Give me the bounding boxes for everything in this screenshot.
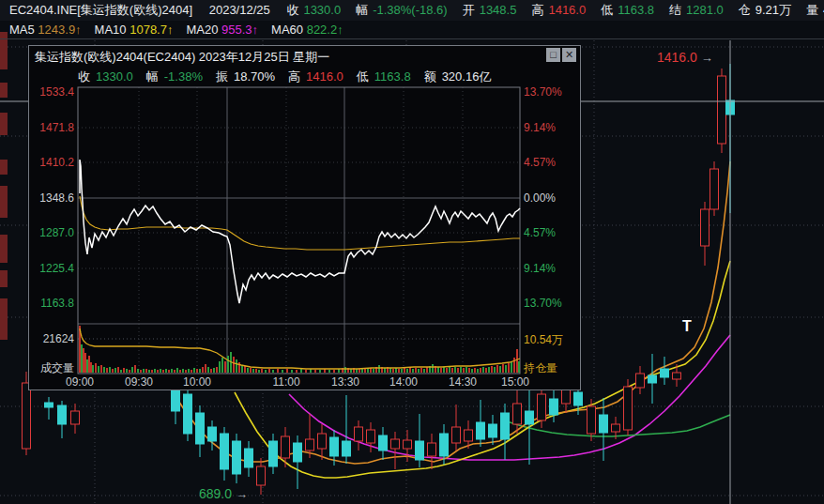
candle-body bbox=[649, 375, 657, 383]
candle-body bbox=[318, 434, 327, 449]
volume-bar bbox=[191, 370, 192, 373]
axis-label: 1163.8 bbox=[29, 297, 74, 310]
volume-bar bbox=[502, 364, 504, 373]
volume-bar bbox=[165, 369, 167, 373]
ma-value: MA60 822.2↑ bbox=[271, 23, 343, 37]
time-label: 14:00 bbox=[389, 375, 418, 389]
volume-bar bbox=[392, 369, 394, 373]
volume-bar bbox=[131, 367, 133, 373]
ma-value: MA10 1078.7↑ bbox=[95, 23, 174, 37]
volume-bar bbox=[244, 366, 246, 373]
time-label: 09:00 bbox=[66, 375, 94, 389]
candle-body bbox=[221, 434, 229, 469]
candle-body bbox=[23, 383, 31, 449]
volume-bar bbox=[98, 366, 99, 373]
volume-bar bbox=[305, 370, 307, 373]
volume-bar bbox=[134, 365, 136, 373]
quote-field: 仓9.21万 bbox=[739, 3, 791, 17]
candle-body bbox=[416, 441, 424, 460]
axis-label: 1348.6 bbox=[29, 191, 74, 205]
candle-body bbox=[701, 209, 710, 246]
volume-bar bbox=[185, 370, 187, 373]
volume-bar bbox=[83, 348, 84, 373]
volume-bar bbox=[418, 369, 420, 373]
volume-bar bbox=[250, 368, 252, 373]
volume-bar bbox=[252, 369, 254, 373]
candle-body bbox=[538, 394, 546, 420]
candle-body bbox=[550, 399, 558, 415]
limit-move-marker: T bbox=[682, 318, 692, 335]
volume-bar bbox=[449, 367, 450, 373]
volume-bar bbox=[384, 368, 386, 373]
volume-bar bbox=[451, 368, 453, 373]
volume-bar bbox=[137, 369, 139, 373]
volume-bar bbox=[140, 370, 142, 373]
volume-bar bbox=[88, 356, 90, 373]
candle-body bbox=[513, 404, 522, 424]
candle-body bbox=[562, 389, 571, 404]
volume-bar bbox=[224, 361, 226, 373]
candle-body bbox=[636, 374, 645, 388]
axis-label: 9.14% bbox=[524, 262, 556, 275]
candle-body bbox=[58, 405, 67, 424]
volume-bar bbox=[511, 361, 512, 373]
volume-bar bbox=[277, 369, 279, 373]
candle-body bbox=[574, 392, 583, 405]
candle-body bbox=[718, 76, 726, 144]
candle-body bbox=[452, 427, 461, 443]
candle-body bbox=[196, 413, 205, 444]
open-interest-line bbox=[80, 328, 520, 369]
volume-bar bbox=[106, 368, 108, 373]
quote-field: 高1416.0 bbox=[531, 3, 586, 17]
edge-candle-fragment bbox=[0, 235, 8, 263]
time-label: 10:00 bbox=[183, 375, 211, 389]
volume-bar bbox=[296, 370, 298, 373]
volume-bar bbox=[471, 369, 473, 373]
volume-bar bbox=[265, 370, 267, 373]
axis-label: 1471.8 bbox=[29, 121, 74, 134]
volume-bar bbox=[162, 370, 164, 373]
candle-body bbox=[233, 441, 241, 474]
volume-bar bbox=[103, 367, 105, 373]
edge-candle-fragment bbox=[0, 186, 8, 218]
volume-bar bbox=[516, 349, 518, 373]
volume-bar bbox=[157, 370, 159, 373]
volume-bar bbox=[112, 369, 114, 373]
volume-bar bbox=[518, 361, 520, 373]
volume-bar bbox=[151, 370, 153, 373]
volume-bar bbox=[202, 367, 204, 373]
volume-bar bbox=[86, 359, 88, 373]
trading-app: { "colors":{"up_red":"#e03b3b","down_cya… bbox=[0, 0, 824, 504]
volume-bar bbox=[205, 364, 206, 373]
volume-bar bbox=[344, 367, 346, 373]
candle-body bbox=[294, 443, 302, 462]
edge-candle-fragment bbox=[0, 298, 8, 340]
volume-bar bbox=[333, 370, 335, 373]
volume-bar bbox=[319, 370, 321, 373]
volume-bar bbox=[409, 368, 411, 373]
volume-bar bbox=[126, 369, 128, 373]
volume-bar bbox=[268, 369, 270, 373]
candle-body bbox=[343, 441, 351, 456]
volume-bar bbox=[160, 369, 161, 373]
volume-bar bbox=[227, 356, 229, 373]
volume-bar bbox=[398, 369, 400, 373]
volume-bar bbox=[460, 367, 462, 373]
intraday-popup-window[interactable]: 集运指数(欧线)2404(EC2404) 2023年12月25日 星期一 □ ✕… bbox=[28, 45, 581, 390]
axis-label: 1533.4 bbox=[29, 85, 74, 99]
quote-field: 低1163.8 bbox=[601, 3, 654, 17]
volume-bar bbox=[491, 366, 493, 373]
time-label: 14:30 bbox=[449, 375, 477, 389]
chart-frame bbox=[78, 87, 520, 374]
axis-label: 持仓量 bbox=[524, 360, 557, 376]
candle-body bbox=[306, 439, 314, 451]
quote-field: 开1348.5 bbox=[463, 3, 517, 17]
candle-body bbox=[465, 430, 473, 441]
ma-value: MA5 1243.9↑ bbox=[9, 23, 82, 37]
volume-bar bbox=[95, 363, 97, 373]
arrow-right-icon: → bbox=[701, 51, 713, 65]
volume-bar bbox=[182, 369, 184, 373]
volume-bar bbox=[378, 365, 380, 373]
candle-body bbox=[624, 387, 633, 430]
ma-value: MA20 955.3↑ bbox=[186, 23, 258, 37]
